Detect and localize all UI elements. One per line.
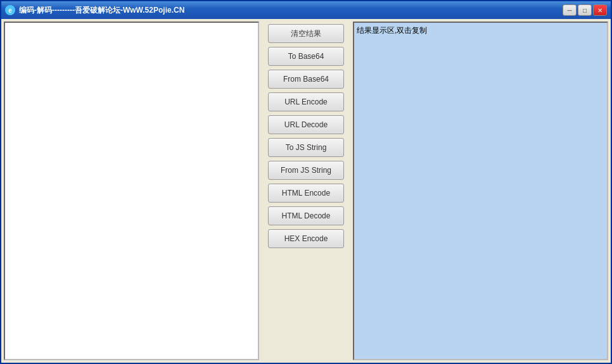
minimize-button[interactable]: ─ (563, 4, 577, 16)
html-decode-button[interactable]: HTML Decode (268, 206, 344, 225)
clear-button[interactable]: 清空结果 (268, 24, 344, 43)
result-textarea[interactable] (354, 23, 607, 359)
close-button[interactable]: ✕ (593, 4, 607, 16)
maximize-button[interactable]: □ (578, 4, 592, 16)
to-base64-button[interactable]: To Base64 (268, 47, 344, 66)
title-bar: e 编码-解码---------吾爱破解论坛-WwW.52Pojie.CN ─ … (1, 1, 611, 19)
hex-encode-button[interactable]: HEX Encode (268, 229, 344, 248)
app-icon: e (5, 5, 15, 15)
main-window: e 编码-解码---------吾爱破解论坛-WwW.52Pojie.CN ─ … (0, 0, 612, 364)
title-buttons: ─ □ ✕ (563, 4, 607, 16)
from-base64-button[interactable]: From Base64 (268, 70, 344, 89)
window-title: 编码-解码---------吾爱破解论坛-WwW.52Pojie.CN (19, 5, 184, 16)
input-textarea[interactable] (5, 23, 258, 359)
title-bar-left: e 编码-解码---------吾爱破解论坛-WwW.52Pojie.CN (5, 5, 184, 16)
result-panel (353, 22, 608, 360)
buttons-panel: 清空结果 To Base64 From Base64 URL Encode UR… (262, 22, 350, 360)
html-encode-button[interactable]: HTML Encode (268, 184, 344, 203)
to-js-string-button[interactable]: To JS String (268, 138, 344, 157)
input-panel (4, 22, 259, 360)
from-js-string-button[interactable]: From JS String (268, 161, 344, 180)
main-content: 清空结果 To Base64 From Base64 URL Encode UR… (1, 19, 611, 363)
url-encode-button[interactable]: URL Encode (268, 92, 344, 111)
url-decode-button[interactable]: URL Decode (268, 115, 344, 134)
